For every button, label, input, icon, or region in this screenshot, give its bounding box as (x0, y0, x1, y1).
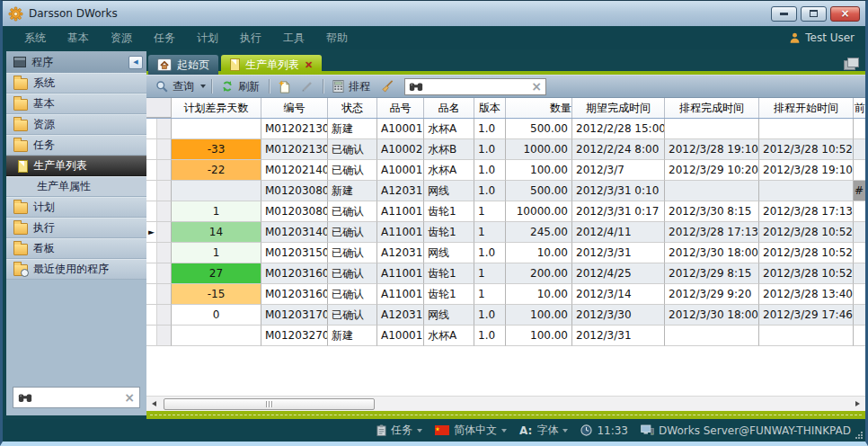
resize-grip[interactable] (855, 431, 863, 439)
sidebar-filter-clear-icon[interactable]: × (124, 391, 135, 404)
new-button[interactable] (275, 78, 295, 95)
cell-item-name: 网线 (424, 243, 474, 263)
cell-clipped-column (854, 326, 865, 346)
row-marker (146, 263, 157, 284)
edit-button[interactable] (297, 78, 317, 94)
table-row[interactable]: 1 M012031501 已确认 A12031 网线 1.0 10.00 201… (146, 243, 865, 263)
column-header[interactable]: 排程开始时间 (759, 98, 854, 118)
sidebar-item[interactable]: 任务 (6, 135, 146, 156)
column-header[interactable]: 品名 (424, 98, 474, 118)
table-row[interactable]: ► 14 M012031402 已确认 A11001 齿轮1 1 245.00 … (146, 222, 865, 243)
toolbar-search-input[interactable] (427, 80, 527, 93)
sidebar-filter-input[interactable] (36, 391, 120, 404)
cell-plan-diff-days: 1 (172, 201, 261, 222)
table-row[interactable]: -15 M012031602 已确认 A11001 齿轮1 1 10.00 20… (146, 284, 865, 305)
user-area[interactable]: Test User (789, 31, 855, 44)
menu-item[interactable]: 执行 (229, 27, 272, 49)
menu-item[interactable]: 任务 (143, 27, 186, 49)
table-row[interactable]: M012030801 新建 A12031 网线 1.0 500.00 2012/… (146, 181, 865, 201)
table-row[interactable]: -33 M012021302 已确认 A10002 水杯B 1.0 1000.0… (146, 139, 865, 160)
app-window: Darsson DWorks × 系统基本资源任务计划执行工具帮助 Test U… (0, 0, 868, 446)
tab-production-order-list[interactable]: 生产单列表 ✕ (221, 55, 322, 75)
sidebar-item[interactable]: 生产单属性 (6, 176, 146, 197)
column-header[interactable]: 品号 (377, 98, 424, 118)
cell-order-no: M012031701 (261, 305, 328, 326)
toolbar-search-clear-icon[interactable]: × (531, 80, 542, 93)
menu-item[interactable]: 系统 (13, 27, 57, 49)
status-font-label: 字体 (536, 423, 558, 438)
row-header[interactable] (157, 243, 172, 263)
row-header[interactable] (157, 201, 172, 222)
sidebar-collapse-button[interactable]: ◀ (128, 56, 143, 69)
menu-item[interactable]: 计划 (186, 27, 229, 49)
tab-close-icon[interactable]: ✕ (305, 59, 313, 71)
column-header[interactable]: 编号 (261, 98, 328, 118)
row-header[interactable] (157, 284, 172, 305)
sidebar-item[interactable]: 计划 (6, 197, 146, 218)
column-header[interactable]: 计划差异天数 (172, 98, 261, 118)
cell-scheduled-start: 2012/3/28 10:52 (759, 263, 854, 284)
sidebar-item[interactable]: 执行 (6, 218, 146, 238)
row-header[interactable] (157, 222, 172, 243)
column-header[interactable]: 前 (854, 98, 865, 118)
sidebar-item[interactable]: 生产单列表 (6, 156, 146, 176)
menu-item[interactable]: 工具 (272, 27, 315, 49)
cell-expected-finish: 2012/3/14 (572, 284, 665, 305)
sidebar-item[interactable]: 系统 (6, 73, 146, 94)
bottom-splitter[interactable] (146, 411, 865, 419)
cell-plan-diff-days: -22 (172, 160, 261, 181)
table-row[interactable]: M012032701 新建 A10001 水杯A 1.0 100.00 2012… (146, 326, 865, 346)
cell-status: 已确认 (328, 222, 377, 243)
sidebar-item[interactable]: 看板 (6, 238, 146, 259)
sidebar-header: 程序 ◀ (6, 51, 146, 73)
sidebar-item[interactable]: 基本 (6, 94, 146, 114)
sidebar-item[interactable]: 资源 (6, 114, 146, 135)
sidebar-item[interactable]: 最近使用的程序 (6, 259, 146, 280)
tab-start-page[interactable]: 起始页 (148, 55, 218, 75)
cell-scheduled-start (759, 119, 854, 139)
row-header[interactable] (157, 305, 172, 326)
row-header[interactable] (157, 119, 172, 139)
computer-icon (641, 424, 654, 436)
table-row[interactable]: -22 M012021401 已确认 A10001 水杯A 1.0 100.00… (146, 160, 865, 181)
row-header[interactable] (157, 181, 172, 201)
clean-button[interactable] (376, 78, 397, 94)
column-header[interactable]: 数量 (506, 98, 572, 118)
document-icon (230, 58, 240, 71)
row-header[interactable] (157, 160, 172, 181)
menu-item[interactable]: 资源 (100, 27, 143, 49)
minimize-button[interactable] (771, 6, 797, 22)
scroll-right-button[interactable] (850, 397, 865, 412)
maximize-button[interactable] (801, 6, 827, 22)
row-header[interactable] (157, 263, 172, 284)
row-header[interactable] (157, 326, 172, 346)
close-button[interactable]: × (830, 6, 860, 22)
table-row[interactable]: 0 M012031701 已确认 A12031 网线 1.0 100.00 20… (146, 305, 865, 326)
scrollbar-thumb[interactable] (164, 398, 375, 410)
table-row[interactable]: 1 M012030802 已确认 A11001 齿轮1 1 10000.00 2… (146, 201, 865, 222)
menu-item[interactable]: 基本 (57, 27, 100, 49)
menu-item[interactable]: 帮助 (315, 27, 359, 49)
cell-scheduled-finish (665, 119, 759, 139)
status-font-menu[interactable]: A: 字体 (519, 423, 568, 438)
table-row[interactable]: M012021301 新建 A10001 水杯A 1.0 500.00 2012… (146, 119, 865, 139)
status-task-menu[interactable]: 任务 (376, 423, 422, 438)
column-header[interactable]: 期望完成时间 (572, 98, 665, 118)
column-header[interactable]: 排程完成时间 (665, 98, 759, 118)
query-button[interactable]: 查询 (152, 77, 198, 96)
sidebar-item-label: 计划 (33, 200, 55, 215)
row-header[interactable] (157, 139, 172, 160)
refresh-button[interactable]: 刷新 (217, 77, 263, 96)
table-row[interactable]: 27 M012031601 已确认 A11001 齿轮1 1 200.00 20… (146, 263, 865, 284)
column-header[interactable]: 状态 (328, 98, 377, 118)
column-header[interactable]: 版本 (474, 98, 506, 118)
horizontal-scrollbar[interactable] (146, 396, 865, 411)
tab-list-icon[interactable] (844, 58, 858, 69)
menu-bar: 系统基本资源任务计划执行工具帮助 Test User (3, 26, 865, 49)
schedule-button[interactable]: 排程 (329, 77, 374, 96)
scroll-left-button[interactable] (146, 397, 162, 412)
query-dropdown-caret-icon[interactable] (200, 85, 206, 88)
cell-order-no: M012021401 (261, 160, 328, 181)
status-language-menu[interactable]: 简体中文 (435, 423, 507, 438)
cell-item-name: 齿轮1 (424, 201, 474, 222)
